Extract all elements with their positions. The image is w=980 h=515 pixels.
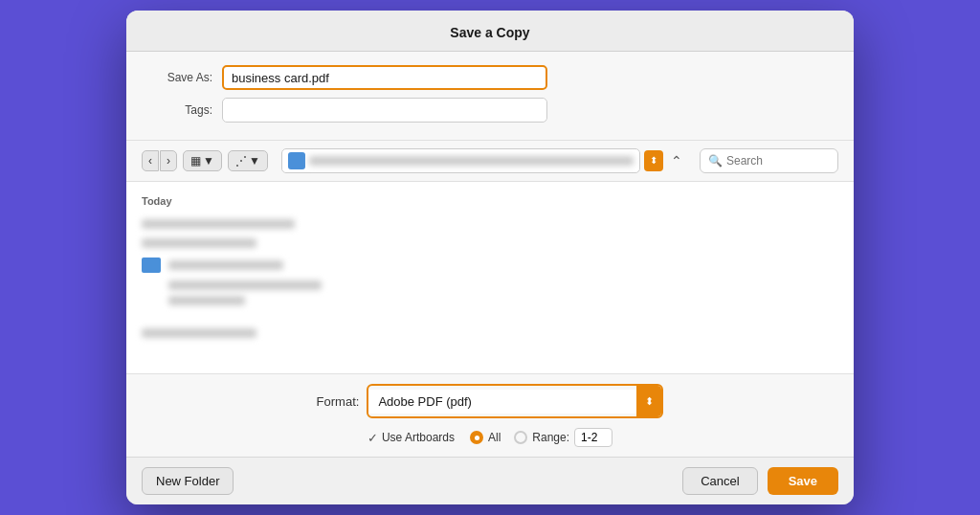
location-bar: ⬍ ⌃ [281, 148, 686, 173]
location-folder [281, 148, 640, 173]
list-item [142, 214, 838, 234]
use-artboards-check: ✓ Use Artboards [368, 431, 455, 445]
save-dialog: Save a Copy Save As: Tags: ‹ › ▦ ▼ ⋰ ▼ [126, 11, 854, 504]
tags-label: Tags: [145, 103, 212, 117]
search-input[interactable] [726, 154, 830, 168]
tags-input[interactable] [222, 98, 547, 123]
back-button[interactable]: ‹ [142, 150, 159, 171]
dialog-title: Save a Copy [450, 25, 529, 40]
grid-view-icon: ⋰ [235, 154, 247, 168]
file-name-blur [142, 328, 256, 338]
format-select-wrapper: Adobe PDF (pdf) ⬍ [367, 384, 663, 418]
spinner-icon: ⬍ [650, 156, 657, 166]
list-item [142, 324, 838, 343]
grid-view-chevron: ▼ [249, 154, 260, 168]
radio-all-circle [470, 431, 483, 444]
format-spinner[interactable]: ⬍ [636, 386, 661, 416]
column-view-button[interactable]: ▦ ▼ [183, 150, 222, 171]
format-select[interactable]: Adobe PDF (pdf) [368, 390, 636, 414]
radio-range[interactable]: Range: [514, 428, 612, 447]
toolbar: ‹ › ▦ ▼ ⋰ ▼ ⬍ ⌃ 🔍 [126, 141, 854, 182]
grid-view-button[interactable]: ⋰ ▼ [228, 150, 268, 171]
column-view-chevron: ▼ [203, 154, 214, 168]
save-as-input[interactable] [222, 65, 547, 90]
format-spinner-icon: ⬍ [645, 395, 654, 408]
list-item [142, 278, 838, 293]
browser-area: Today [126, 182, 854, 373]
action-buttons: Cancel Save [682, 467, 838, 495]
folder-icon [288, 152, 305, 169]
nav-group: ‹ › [142, 150, 177, 171]
file-name-blur [168, 260, 283, 270]
radio-range-label: Range: [532, 431, 569, 444]
folder-spinner[interactable]: ⬍ [644, 150, 663, 171]
radio-all-label: All [488, 431, 501, 444]
save-button[interactable]: Save [768, 467, 838, 495]
search-icon: 🔍 [708, 154, 723, 168]
forward-button[interactable]: › [160, 150, 177, 171]
format-bar: Format: Adobe PDF (pdf) ⬍ ✓ Use Artboard… [126, 373, 854, 457]
form-section: Save As: Tags: [126, 52, 854, 141]
range-input[interactable] [574, 428, 612, 447]
folder-name-blur [309, 156, 634, 166]
checkmark-icon: ✓ [368, 431, 378, 445]
expand-button[interactable]: ⌃ [667, 151, 686, 170]
search-box: 🔍 [700, 148, 838, 173]
cancel-button[interactable]: Cancel [682, 467, 757, 495]
list-item [142, 293, 838, 308]
list-item [142, 234, 838, 253]
tags-row: Tags: [145, 98, 835, 123]
file-name-blur [168, 296, 245, 305]
artboards-row: ✓ Use Artboards All Range: [368, 428, 612, 447]
title-bar: Save a Copy [126, 11, 854, 52]
new-folder-button[interactable]: New Folder [142, 467, 234, 495]
radio-all[interactable]: All [470, 431, 501, 444]
bottom-bar: New Folder Cancel Save [126, 457, 854, 504]
radio-range-circle [514, 431, 527, 444]
column-view-icon: ▦ [190, 154, 201, 168]
format-row: Format: Adobe PDF (pdf) ⬍ [142, 384, 838, 418]
file-name-blur [142, 238, 256, 248]
file-name-blur [142, 219, 295, 229]
save-as-label: Save As: [145, 71, 212, 84]
file-icon [142, 258, 161, 273]
use-artboards-label: Use Artboards [382, 431, 455, 444]
format-label: Format: [317, 394, 360, 409]
file-list: Today [126, 182, 854, 373]
list-item [142, 253, 838, 278]
save-as-row: Save As: [145, 65, 835, 90]
section-header-today: Today [142, 191, 838, 207]
file-name-blur [168, 280, 322, 290]
radio-group: All Range: [470, 428, 612, 447]
